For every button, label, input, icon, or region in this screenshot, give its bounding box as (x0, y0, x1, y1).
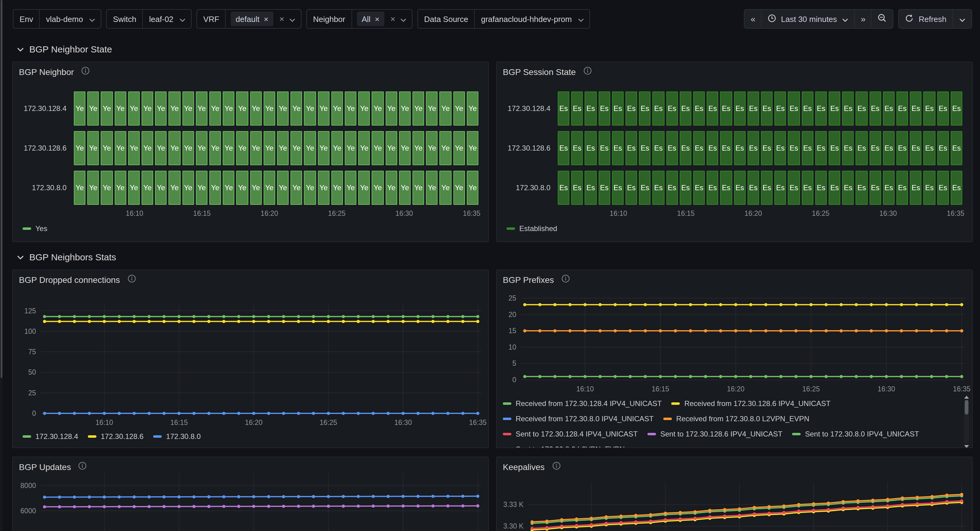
timeline-cell: Es (910, 92, 922, 125)
data-point (930, 329, 933, 332)
panel-header[interactable]: BGP Neighbor (13, 62, 488, 82)
data-point (162, 495, 165, 498)
timeline-cell: Es (680, 171, 691, 205)
chart-bgp-neighbor[interactable]: 172.30.128.4YeYeYeYeYeYeYeYeYeYeYeYeYeYe… (13, 62, 488, 241)
data-point (649, 520, 652, 523)
panel-header[interactable]: BGP Session State (497, 62, 972, 82)
data-point (900, 329, 903, 332)
filter-env-value[interactable]: vlab-demo (40, 14, 88, 24)
x-tick-label: 16:35 (469, 418, 487, 426)
timeline-cell: Es (937, 92, 948, 125)
filter-neighbor-chip[interactable]: All × (357, 11, 385, 26)
data-point (73, 315, 76, 318)
timeline-cell: Es (937, 171, 948, 205)
refresh-button[interactable]: Refresh (899, 10, 953, 28)
chip-remove-icon[interactable]: × (375, 15, 379, 23)
chip-remove-icon[interactable]: × (264, 15, 268, 23)
filter-env[interactable]: Env vlab-demo (13, 9, 101, 29)
timeline-cell: Es (652, 171, 664, 205)
timeline-cell: Ye (453, 92, 465, 125)
data-point (357, 320, 360, 323)
zoom-out-button[interactable] (871, 10, 893, 28)
timeline-cell: Ye (128, 171, 140, 205)
timeline-cell: Ye (399, 92, 410, 125)
data-point (43, 496, 46, 499)
filter-datasource[interactable]: Data Source grafanacloud-hhdev-prom (417, 9, 590, 29)
legend-item[interactable]: Sent to 172.30.8.0 IPV4_UNICAST (792, 430, 919, 438)
panel-title: BGP Dropped connections (19, 275, 120, 285)
panel-header[interactable]: BGP Dropped connections (13, 270, 488, 290)
data-point (738, 514, 741, 517)
legend-item[interactable]: 172.30.128.4 (22, 432, 78, 441)
chart-bgp-dropped-connections[interactable]: 025507510012516:1016:1516:2016:2516:3016… (13, 270, 488, 447)
data-point (446, 504, 449, 507)
info-icon[interactable] (562, 274, 570, 285)
info-icon[interactable] (127, 274, 136, 285)
data-point (103, 495, 106, 498)
legend-item[interactable]: Yes (22, 224, 47, 233)
data-point (476, 504, 479, 507)
scrollbar-thumb[interactable] (965, 400, 969, 415)
timeline-cell: Es (951, 92, 962, 125)
legend-scrollbar[interactable] (964, 396, 970, 448)
data-point (619, 515, 622, 518)
time-shift-back-button[interactable]: « (745, 10, 761, 28)
time-range-picker[interactable]: Last 30 minutes (761, 10, 854, 28)
panel-header[interactable]: BGP Updates (13, 457, 488, 477)
page-scrollbar-thumb[interactable] (0, 0, 2, 378)
scroll-up-icon[interactable] (964, 396, 969, 399)
data-point (43, 412, 46, 415)
filter-vrf[interactable]: VRF default × × (196, 9, 301, 29)
info-icon[interactable] (552, 461, 560, 472)
timeline-cell: Ye (142, 92, 153, 125)
chart-bgp-prefixes[interactable]: 051015202516:1016:1516:2016:2516:3016:35… (497, 270, 972, 447)
legend-item[interactable]: Established (506, 224, 557, 233)
data-point (372, 412, 375, 415)
legend-item[interactable]: 172.30.128.6 (88, 432, 143, 441)
chart-bgp-session-state[interactable]: 172.30.128.4EsEsEsEsEsEsEsEsEsEsEsEsEsEs… (497, 62, 972, 241)
data-point (531, 527, 534, 530)
filter-switch[interactable]: Switch leaf-02 (106, 9, 192, 29)
legend-item[interactable]: Sent to 172.30.8.0 L2VPN_EVPN (503, 445, 625, 448)
legend-item[interactable]: Sent to 172.30.128.6 IPV4_UNICAST (648, 430, 782, 438)
refresh-interval-dropdown[interactable] (953, 10, 972, 28)
section-bgp-neighbors-stats[interactable]: BGP Neighbors Stats (17, 248, 980, 265)
data-point (103, 315, 106, 318)
scroll-down-icon[interactable] (964, 445, 969, 448)
zoom-out-icon (878, 13, 887, 24)
filter-datasource-value[interactable]: grafanacloud-hhdev-prom (475, 14, 577, 24)
series-line (532, 501, 962, 528)
legend-item[interactable]: Received from 172.30.8.0 L2VPN_EVPN (663, 415, 809, 423)
legend-item[interactable]: Received from 172.30.8.0 IPV4_UNICAST (503, 415, 654, 423)
clear-selection-icon[interactable]: × (388, 14, 399, 23)
timeline-cell: Es (693, 92, 705, 125)
info-icon[interactable] (583, 67, 592, 78)
data-point (177, 320, 180, 323)
data-point (133, 412, 136, 415)
data-point (267, 495, 270, 498)
legend-item[interactable]: 172.30.8.0 (153, 432, 200, 441)
panel-header[interactable]: BGP Prefixes (497, 270, 972, 290)
info-icon[interactable] (78, 461, 87, 472)
legend-item[interactable]: Sent to 172.30.128.4 IPV4_UNICAST (503, 430, 638, 438)
section-bgp-neighbor-state[interactable]: BGP Neighbor State (17, 40, 980, 57)
info-icon[interactable] (81, 67, 90, 78)
legend-item[interactable]: Received from 172.30.128.6 IPV4_UNICAST (671, 399, 830, 408)
data-point (342, 504, 345, 507)
data-point (401, 315, 404, 318)
scrollbar-track[interactable] (964, 400, 969, 444)
data-point (538, 303, 541, 306)
page-scrollbar[interactable] (0, 0, 2, 531)
timeline-cell: Es (612, 92, 624, 125)
data-point (523, 329, 526, 332)
x-tick-label: 16:35 (455, 210, 489, 217)
filter-vrf-chip[interactable]: default × (231, 11, 273, 26)
timeline-cell: Ye (87, 92, 99, 125)
panel-header[interactable]: Keepalives (497, 457, 972, 477)
clear-selection-icon[interactable]: × (277, 14, 288, 23)
filter-neighbor[interactable]: Neighbor All × × (306, 9, 412, 29)
filter-switch-value[interactable]: leaf-02 (143, 14, 178, 24)
time-shift-forward-button[interactable]: » (854, 10, 871, 28)
timeline-cell: Es (612, 131, 624, 165)
legend-item[interactable]: Received from 172.30.128.4 IPV4_UNICAST (503, 399, 662, 408)
